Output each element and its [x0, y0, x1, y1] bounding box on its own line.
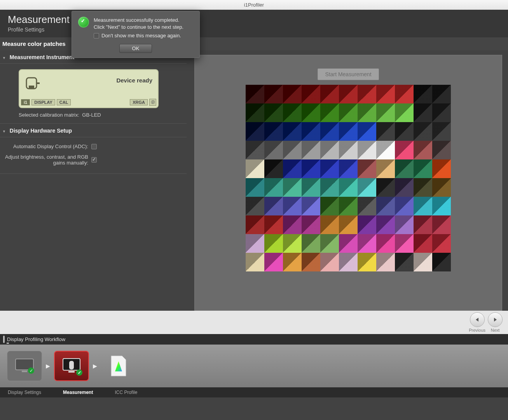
- adc-checkbox[interactable]: [91, 144, 97, 149]
- color-patch: [246, 215, 264, 234]
- color-patch: [339, 197, 358, 215]
- color-patch: [302, 141, 320, 159]
- color-patch: [302, 178, 320, 197]
- color-patch: [283, 122, 302, 141]
- color-patch: [376, 178, 395, 197]
- color-patch: [264, 103, 283, 122]
- color-patch: [376, 234, 395, 253]
- color-patch: [264, 234, 283, 253]
- start-measurement-button[interactable]: Start Measurement: [318, 68, 379, 80]
- color-patch: [414, 85, 432, 103]
- color-patch: [358, 215, 376, 234]
- color-patch: [432, 253, 451, 271]
- color-patch: [376, 122, 395, 141]
- color-patch: [264, 197, 283, 215]
- color-patch: [358, 141, 376, 159]
- color-patch: [358, 253, 376, 271]
- svg-marker-3: [476, 318, 478, 322]
- color-patch: [246, 141, 264, 159]
- color-patch: [320, 159, 339, 178]
- color-patch: [432, 159, 451, 178]
- color-patch: [358, 197, 376, 215]
- color-patch: [358, 122, 376, 141]
- manual-checkbox[interactable]: [91, 157, 97, 163]
- color-patch: [302, 215, 320, 234]
- nav-strip: Previous Next: [0, 311, 508, 334]
- success-check-icon: [78, 17, 89, 28]
- color-patch: [283, 141, 302, 159]
- previous-label: Previous: [469, 328, 485, 332]
- workflow-label-0: Display Settings: [8, 390, 41, 395]
- color-patch: [358, 85, 376, 103]
- color-patch: [376, 215, 395, 234]
- color-patch: [302, 122, 320, 141]
- color-patch: [283, 197, 302, 215]
- svg-rect-1: [29, 86, 34, 89]
- color-patch: [358, 103, 376, 122]
- color-patch: [320, 253, 339, 271]
- color-patch: [320, 85, 339, 103]
- color-patch: [302, 103, 320, 122]
- color-patch: [264, 122, 283, 141]
- color-patch: [432, 122, 451, 141]
- color-patch: [414, 159, 432, 178]
- spectrophotometer-icon: [25, 75, 41, 92]
- workflow-label-1: Measurement: [63, 390, 93, 395]
- color-patch: [264, 159, 283, 178]
- color-patch: [339, 85, 358, 103]
- color-patch: [414, 178, 432, 197]
- adc-label: Automatic Display Control (ADC):: [5, 144, 88, 149]
- svg-text:✓: ✓: [30, 368, 33, 373]
- matrix-value: GB-LED: [82, 112, 101, 118]
- chevron-right-icon: ▶: [46, 363, 50, 369]
- color-patch: [264, 178, 283, 197]
- chip-xrga: XRGA: [130, 99, 148, 105]
- color-patch: [432, 178, 451, 197]
- chip-i1: i1: [21, 99, 30, 105]
- color-patch: [339, 141, 358, 159]
- color-patch: [414, 122, 432, 141]
- color-patch: [264, 141, 283, 159]
- svg-rect-11: [68, 371, 75, 373]
- hardware-heading[interactable]: Display Hardware Setup: [0, 124, 187, 137]
- color-patch: [414, 253, 432, 271]
- color-patch: [395, 234, 414, 253]
- workflow-step-icc-profile[interactable]: [101, 351, 136, 381]
- color-patch: [395, 197, 414, 215]
- measurement-area: Start Measurement: [194, 55, 502, 311]
- color-patch: [358, 178, 376, 197]
- color-patch: [376, 159, 395, 178]
- svg-marker-4: [494, 318, 497, 322]
- window-titlebar: i1Profiler: [0, 0, 508, 10]
- color-patch: [414, 103, 432, 122]
- svg-text:✓: ✓: [78, 370, 81, 375]
- dont-show-checkbox[interactable]: [94, 33, 99, 38]
- svg-rect-6: [22, 371, 27, 372]
- svg-rect-2: [37, 82, 40, 84]
- color-patch: [264, 85, 283, 103]
- triangle-left-icon: [475, 317, 480, 322]
- modal-line2: Click "Next" to continue to the next ste…: [94, 24, 183, 31]
- color-patch: [395, 103, 414, 122]
- color-patch: [302, 85, 320, 103]
- chip-display: DISPLAY: [31, 99, 55, 105]
- color-patch: [320, 215, 339, 234]
- color-patch: [358, 234, 376, 253]
- next-button[interactable]: [488, 312, 503, 327]
- previous-button[interactable]: [470, 312, 485, 327]
- color-patch: [283, 159, 302, 178]
- icc-profile-icon: [109, 354, 128, 378]
- bulb-icon: ⦿: [149, 99, 156, 106]
- modal-ok-button[interactable]: OK: [119, 44, 152, 53]
- workflow-step-display-settings[interactable]: ✓: [7, 351, 42, 381]
- color-patch: [339, 215, 358, 234]
- color-patch: [283, 85, 302, 103]
- color-patch: [432, 103, 451, 122]
- chevron-right-icon: ▶: [93, 363, 97, 369]
- color-patch: [320, 178, 339, 197]
- color-patch: [246, 253, 264, 271]
- color-patch: [414, 234, 432, 253]
- workflow-step-measurement[interactable]: ✓: [54, 351, 89, 381]
- triangle-right-icon: [492, 317, 498, 322]
- manual-label: Adjust brightness, contrast, and RGB gai…: [5, 154, 88, 166]
